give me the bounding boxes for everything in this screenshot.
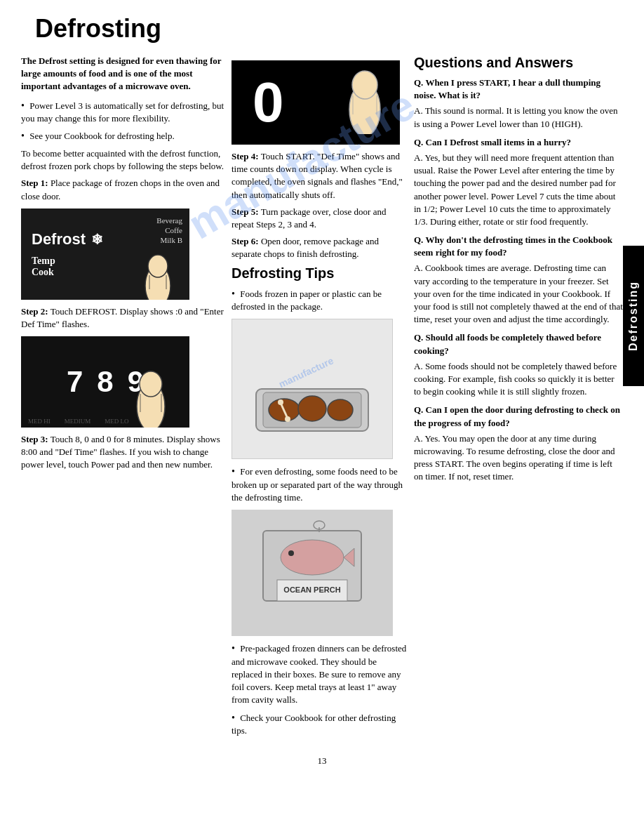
step5: Step 5: Turn package over, close door an… bbox=[232, 206, 407, 231]
numpad-labels: MED HI MEDIUM MED LO bbox=[28, 418, 129, 425]
q3-text: Q. Why don't the defrosting times in the… bbox=[414, 234, 623, 259]
start-display-image: 0 bbox=[232, 60, 400, 145]
page-title: Defrosting bbox=[35, 14, 623, 44]
svg-point-18 bbox=[278, 399, 283, 405]
step2-text: Touch DEFROST. Display shows :0 and "Ent… bbox=[21, 306, 224, 329]
svg-text:OCEAN PERCH: OCEAN PERCH bbox=[283, 585, 340, 594]
num-8: 8 bbox=[97, 367, 113, 397]
snowflake-icon: ❄ bbox=[91, 231, 103, 248]
step2: Step 2: Touch DEFROST. Display shows :0 … bbox=[21, 305, 224, 331]
acquaint-para: To become better acquainted with the def… bbox=[21, 147, 224, 173]
intro-text: The Defrost setting is designed for even… bbox=[21, 55, 224, 93]
tip4-bullet: • bbox=[232, 713, 235, 723]
a3-text: A. Cookbook times are average. Defrostin… bbox=[414, 262, 623, 326]
svg-point-26 bbox=[288, 550, 294, 556]
numpad-image: 7 8 9 MED HI MEDIUM MED LO bbox=[21, 336, 189, 428]
label-8: MEDIUM bbox=[65, 418, 91, 425]
svg-point-5 bbox=[140, 371, 162, 397]
step5-label: Step 5: bbox=[232, 206, 259, 217]
tip4: • Check your Cookbook for other defrosti… bbox=[232, 711, 407, 738]
page-number: 13 bbox=[21, 755, 623, 767]
step4-label: Step 4: bbox=[232, 151, 259, 161]
main-content: The Defrost setting is designed for even… bbox=[21, 55, 623, 741]
tips-title: Defrosting Tips bbox=[232, 265, 407, 282]
tip3-bullet: • bbox=[232, 643, 235, 654]
tip1: • Foods frozen in paper or plastic can b… bbox=[232, 287, 407, 314]
step1: Step 1: Place package of frozen chops in… bbox=[21, 177, 224, 202]
defrost-panel-image: BeveragCoffeMilk B Defrost ❄ TempCook bbox=[21, 208, 189, 300]
svg-point-15 bbox=[298, 396, 326, 421]
bullet2: • See your Cookbook for defrosting help. bbox=[21, 129, 224, 143]
step1-label: Step 1: bbox=[21, 178, 48, 188]
tip3: • Pre-packaged frozen dinners can be def… bbox=[232, 642, 407, 706]
a4-text: A. Some foods should not be completely t… bbox=[414, 360, 623, 399]
fish-pkg-svg: OCEAN PERCH bbox=[242, 517, 382, 629]
finger-icon bbox=[130, 251, 186, 300]
step6: Step 6: Open door, remove package and se… bbox=[232, 235, 407, 260]
q4-text: Q. Should all foods be completely thawed… bbox=[414, 331, 623, 357]
bullet-symbol: • bbox=[21, 100, 25, 111]
beverage-text: BeveragCoffeMilk B bbox=[156, 216, 182, 246]
svg-text:manufacture: manufacture bbox=[277, 355, 335, 390]
fish-package-image: OCEAN PERCH bbox=[232, 510, 393, 636]
q2-text: Q. Can I Defrost small items in a hurry? bbox=[414, 136, 623, 149]
zero-display: 0 bbox=[253, 74, 284, 131]
svg-point-16 bbox=[328, 399, 353, 421]
label-9: MED LO bbox=[105, 418, 128, 425]
temp-cook-label: TempCook bbox=[32, 256, 55, 278]
label-7: MED HI bbox=[28, 418, 51, 425]
a2-text: A. Yes, but they will need more frequent… bbox=[414, 152, 623, 228]
defrost-label: Defrost ❄ bbox=[32, 230, 103, 249]
qa-title: Questions and Answers bbox=[414, 55, 623, 71]
step3: Step 3: Touch 8, 0 and 0 for 8 minutes. … bbox=[21, 433, 224, 472]
tray-image: manufacture bbox=[232, 319, 393, 459]
side-tab: Defrosting bbox=[623, 246, 644, 386]
tray-svg: manufacture bbox=[242, 333, 382, 445]
step3-text: Touch 8, 0 and 0 for 8 minutes. Display … bbox=[21, 434, 220, 470]
tip2-bullet: • bbox=[232, 466, 235, 477]
svg-point-9 bbox=[352, 71, 377, 99]
page: Defrosting The Defrost setting is design… bbox=[0, 0, 644, 834]
step4: Step 4: Touch START. "Def Time" shows an… bbox=[232, 150, 407, 201]
bullet1: • Power Level 3 is automatically set for… bbox=[21, 99, 224, 126]
step6-label: Step 6: bbox=[232, 236, 259, 246]
step1-text: Place package of frozen chops in the ove… bbox=[21, 178, 220, 201]
finger-start-icon bbox=[333, 64, 396, 134]
step3-label: Step 3: bbox=[21, 434, 48, 444]
left-column: The Defrost setting is designed for even… bbox=[21, 55, 224, 741]
tip1-bullet: • bbox=[232, 289, 235, 299]
middle-column: 0 Step 4: Touch START. "Def Time" shows … bbox=[232, 55, 407, 741]
bullet-symbol2: • bbox=[21, 131, 25, 141]
tip2: • For even defrosting, some foods need t… bbox=[232, 465, 407, 504]
step2-label: Step 2: bbox=[21, 306, 48, 317]
svg-point-24 bbox=[281, 540, 344, 575]
num-7: 7 bbox=[67, 367, 83, 397]
q1-text: Q. When I press START, I hear a dull thu… bbox=[414, 77, 623, 102]
a1-text: A. This sound is normal. It is letting y… bbox=[414, 105, 623, 130]
right-column: Questions and Answers Q. When I press ST… bbox=[414, 55, 623, 741]
svg-point-19 bbox=[285, 416, 290, 422]
svg-point-1 bbox=[148, 255, 168, 277]
q5-text: Q. Can I open the door during defrosting… bbox=[414, 404, 623, 429]
a5-text: A. Yes. You may open the door at any tim… bbox=[414, 432, 623, 484]
defrost-word: Defrost bbox=[32, 230, 86, 249]
